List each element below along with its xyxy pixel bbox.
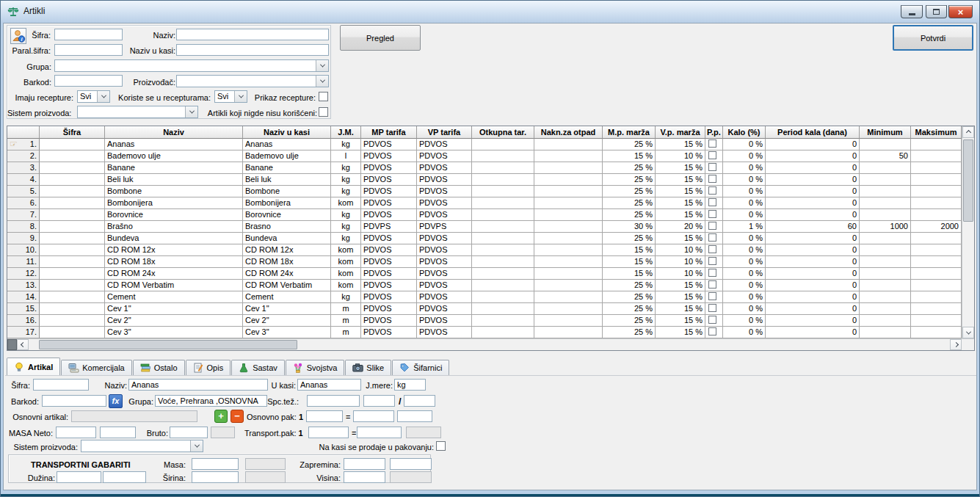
visina-input-2[interactable]	[390, 471, 432, 483]
table-cell-period[interactable]: 0	[766, 256, 860, 268]
table-cell-nakn[interactable]	[534, 197, 603, 209]
minimize-button[interactable]	[901, 5, 923, 18]
table-cell-nakn[interactable]	[534, 256, 603, 268]
table-cell-num[interactable]: 9.	[7, 233, 40, 244]
imaju-recepture-combo[interactable]: Svi	[77, 90, 110, 103]
table-cell-mp_tarifa[interactable]: PDVOS	[361, 280, 417, 291]
table-cell-vp_tarifa[interactable]: PDVOS	[417, 197, 472, 209]
table-cell-naziv[interactable]: Ananas	[105, 139, 243, 150]
chevron-down-icon[interactable]	[97, 91, 109, 102]
table-row[interactable]: 5.BomboneBombonekgPDVOSPDVOS25 %15 %0 %0	[7, 186, 962, 197]
table-cell-num[interactable]: 10.	[7, 244, 40, 256]
bruto-input-2[interactable]	[211, 427, 235, 438]
table-cell-vp_marza[interactable]: 15 %	[656, 162, 705, 174]
column-header-num[interactable]	[7, 126, 40, 139]
table-cell-sifra[interactable]	[40, 327, 105, 338]
table-cell-mp_marza[interactable]: 25 %	[603, 162, 656, 174]
table-cell-nakn[interactable]	[534, 233, 603, 244]
naziv-filter-input[interactable]	[176, 29, 329, 40]
table-cell-naziv[interactable]: Cev 2"	[105, 315, 243, 327]
table-cell-vp_marza[interactable]: 10 %	[656, 150, 705, 162]
table-cell-kasi[interactable]: Borovnice	[243, 209, 331, 221]
detail-naziv-input[interactable]	[128, 379, 268, 391]
table-cell-sifra[interactable]	[40, 139, 105, 150]
table-cell-nakn[interactable]	[534, 150, 603, 162]
table-cell-pp[interactable]	[705, 280, 723, 291]
table-cell-maksimum[interactable]	[911, 197, 962, 209]
table-cell-maksimum[interactable]	[911, 186, 962, 197]
column-header-kalo[interactable]: Kalo (%)	[723, 126, 766, 139]
chevron-down-icon[interactable]	[316, 60, 328, 71]
table-cell-pp[interactable]	[705, 327, 723, 338]
table-cell-period[interactable]: 0	[766, 280, 860, 291]
column-header-vp_marza[interactable]: V.p. marža	[656, 126, 705, 139]
table-row[interactable]: 9.BundevaBundevakgPDVOSPDVOS25 %15 %0 %0	[7, 233, 962, 244]
table-row[interactable]: 16.Cev 2"Cev 2"mPDVOSPDVOS25 %15 %0 %0	[7, 315, 962, 327]
table-cell-mp_tarifa[interactable]: PDVOS	[361, 315, 417, 327]
koriste-combo[interactable]: Svi	[214, 90, 247, 103]
table-cell-maksimum[interactable]	[911, 291, 962, 303]
table-cell-naziv[interactable]: Bademovo ulje	[105, 150, 243, 162]
table-cell-naziv[interactable]: CD ROM 24x	[105, 268, 243, 280]
table-row[interactable]: 13.CD ROM VerbatimCD ROM VerbatimkomPDVO…	[7, 280, 962, 291]
table-cell-mp_tarifa[interactable]: PDVOS	[361, 303, 417, 315]
table-cell-kalo[interactable]: 0 %	[723, 174, 766, 186]
table-cell-period[interactable]: 0	[766, 186, 860, 197]
chevron-down-icon[interactable]	[185, 106, 197, 117]
table-cell-nakn[interactable]	[534, 139, 603, 150]
table-cell-sifra[interactable]	[40, 233, 105, 244]
table-cell-num[interactable]: 7.	[7, 209, 40, 221]
table-cell-kasi[interactable]: CD ROM 18x	[243, 256, 331, 268]
table-cell-minimum[interactable]	[860, 303, 911, 315]
table-cell-vp_tarifa[interactable]: PDVOS	[417, 244, 472, 256]
osnovni-artikal-input[interactable]	[71, 410, 197, 422]
table-cell-mp_marza[interactable]: 15 %	[603, 150, 656, 162]
table-cell-kasi[interactable]: Bundeva	[243, 233, 331, 244]
pp-checkbox[interactable]	[708, 233, 716, 242]
table-cell-vp_marza[interactable]: 15 %	[656, 327, 705, 338]
table-cell-mp_tarifa[interactable]: PDVOS	[361, 291, 417, 303]
table-cell-mp_tarifa[interactable]: PDVOS	[361, 174, 417, 186]
table-cell-pp[interactable]	[705, 233, 723, 244]
table-cell-nakn[interactable]	[534, 280, 603, 291]
table-cell-kalo[interactable]: 1 %	[723, 221, 766, 233]
table-cell-num[interactable]: 8.	[7, 221, 40, 233]
table-cell-mp_marza[interactable]: 25 %	[603, 209, 656, 221]
table-cell-naziv[interactable]: CD ROM Verbatim	[105, 280, 243, 291]
table-cell-mp_marza[interactable]: 15 %	[603, 256, 656, 268]
table-cell-num[interactable]: 17.	[7, 327, 40, 338]
pp-checkbox[interactable]	[708, 139, 716, 148]
table-cell-kasi[interactable]: CD ROM 24x	[243, 268, 331, 280]
table-cell-otkupna[interactable]	[472, 233, 534, 244]
table-cell-sifra[interactable]	[40, 268, 105, 280]
grid-corner-handle[interactable]	[7, 339, 17, 350]
table-cell-maksimum[interactable]	[911, 244, 962, 256]
table-cell-kalo[interactable]: 0 %	[723, 162, 766, 174]
table-cell-otkupna[interactable]	[472, 280, 534, 291]
table-cell-pp[interactable]	[705, 315, 723, 327]
table-cell-vp_tarifa[interactable]: PDVOS	[417, 209, 472, 221]
table-cell-jm[interactable]: kg	[331, 174, 361, 186]
chevron-down-icon[interactable]	[190, 440, 203, 451]
spc-tez-input-1[interactable]	[307, 395, 360, 407]
table-cell-sifra[interactable]	[40, 256, 105, 268]
fx-button[interactable]: fx	[109, 394, 123, 408]
table-cell-mp_marza[interactable]: 30 %	[603, 221, 656, 233]
table-cell-nakn[interactable]	[534, 209, 603, 221]
table-cell-num[interactable]: 5.	[7, 186, 40, 197]
table-cell-vp_tarifa[interactable]: PDVOS	[417, 291, 472, 303]
pp-checkbox[interactable]	[708, 198, 716, 206]
table-cell-mp_tarifa[interactable]: PDVOS	[361, 233, 417, 244]
table-row[interactable]: ☞1.AnanasAnanaskgPDVOSPDVOS25 %15 %0 %0	[7, 139, 962, 150]
table-cell-jm[interactable]: kg	[331, 233, 361, 244]
table-cell-vp_marza[interactable]: 15 %	[656, 315, 705, 327]
detail-u-kasi-input[interactable]	[297, 379, 361, 391]
pp-checkbox[interactable]	[708, 175, 716, 183]
table-cell-vp_marza[interactable]: 15 %	[656, 233, 705, 244]
table-cell-maksimum[interactable]	[911, 139, 962, 150]
table-cell-mp_marza[interactable]: 25 %	[603, 315, 656, 327]
table-cell-vp_marza[interactable]: 15 %	[656, 139, 705, 150]
column-header-kasi[interactable]: Naziv u kasi	[243, 126, 331, 139]
table-cell-minimum[interactable]	[860, 209, 911, 221]
table-cell-naziv[interactable]: Borovnice	[105, 209, 243, 221]
